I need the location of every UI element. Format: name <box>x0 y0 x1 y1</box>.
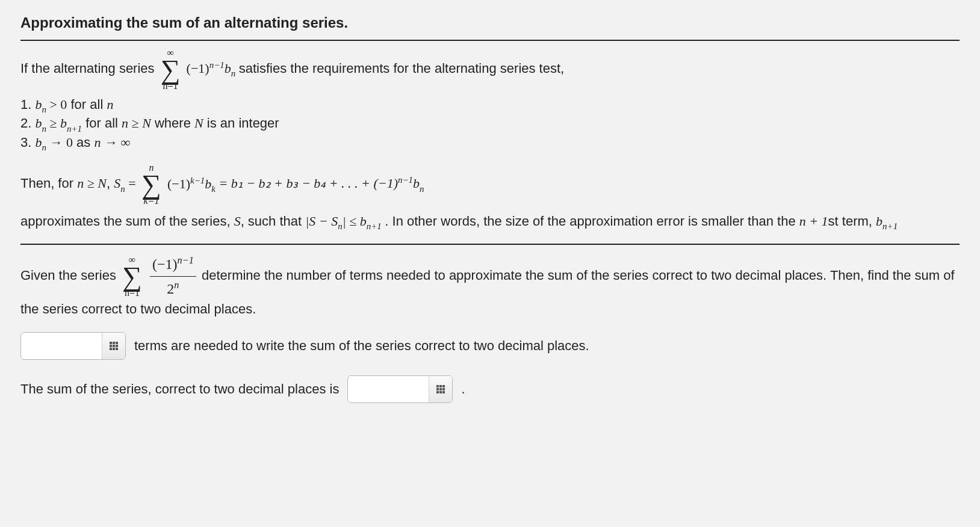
svg-rect-3 <box>110 345 112 347</box>
sum-input-group <box>347 375 453 403</box>
sum-inf-3: ∞ ∑ n=1 <box>122 255 142 298</box>
terms-input[interactable] <box>21 333 102 359</box>
svg-rect-0 <box>110 342 112 344</box>
conditions-list: 1. bn > 0 for all n 2. bn ≥ bn+1 for all… <box>20 97 960 152</box>
svg-rect-2 <box>116 342 118 344</box>
question-title: Approximating the sum of an alternating … <box>20 14 960 31</box>
cond-2: 2. bn ≥ bn+1 for all n ≥ N where N is an… <box>20 116 960 133</box>
series-fraction: (−1)n−1 2n <box>150 253 196 300</box>
sn-definition: Then, for n ≥ N, Sn = n ∑ k=1 (−1)k−1bk … <box>20 163 960 206</box>
sum-n-2: n ∑ k=1 <box>141 163 161 206</box>
terms-label: terms are needed to write the sum of the… <box>134 338 589 354</box>
given-series: Given the series ∞ ∑ n=1 (−1)n−1 2n dete… <box>20 253 960 318</box>
error-inequality: |S − Sn| ≤ bn+1 <box>305 214 385 229</box>
svg-rect-13 <box>439 388 442 390</box>
keypad-button[interactable] <box>429 376 452 402</box>
svg-rect-5 <box>116 345 118 347</box>
sum-body-1: (−1)n−1bn <box>187 61 239 76</box>
svg-rect-9 <box>436 385 439 387</box>
intro-b: satisfies the requirements for the alter… <box>239 61 564 76</box>
svg-rect-14 <box>442 388 445 390</box>
keypad-button[interactable] <box>102 333 125 359</box>
svg-rect-4 <box>113 345 115 347</box>
svg-rect-17 <box>442 391 445 393</box>
svg-rect-12 <box>436 388 439 390</box>
sigma-icon: ∑ <box>161 58 181 81</box>
svg-rect-10 <box>439 385 442 387</box>
svg-rect-1 <box>113 342 115 344</box>
question-card: Approximating the sum of an alternating … <box>0 0 980 427</box>
svg-rect-11 <box>442 385 445 387</box>
sum-label: The sum of the series, correct to two de… <box>20 381 339 397</box>
keypad-icon <box>109 341 119 351</box>
divider-top <box>20 40 960 41</box>
sum-input[interactable] <box>348 376 429 402</box>
sigma-icon: ∑ <box>141 173 161 196</box>
intro-a: If the alternating series <box>20 61 158 76</box>
svg-rect-16 <box>439 391 442 393</box>
svg-rect-6 <box>110 348 112 350</box>
divider-mid <box>20 244 960 245</box>
intro-line: If the alternating series ∞ ∑ n=1 (−1)n−… <box>20 48 960 91</box>
error-bound: approximates the sum of the series, S, s… <box>20 212 960 233</box>
svg-rect-15 <box>436 391 439 393</box>
cond-1: 1. bn > 0 for all n <box>20 97 960 114</box>
sn-expansion: = b₁ − b₂ + b₃ − b₄ + . . . + (−1) <box>219 176 398 191</box>
keypad-icon <box>436 384 445 394</box>
svg-rect-7 <box>113 348 115 350</box>
answer-row-sum: The sum of the series, correct to two de… <box>20 375 960 403</box>
sum-inf-1: ∞ ∑ n=1 <box>161 48 181 91</box>
cond-3: 3. bn → 0 as n → ∞ <box>20 135 960 152</box>
sum2-body: (−1)k−1bk <box>167 176 219 191</box>
sigma-icon: ∑ <box>122 265 142 288</box>
answer-row-terms: terms are needed to write the sum of the… <box>20 332 960 360</box>
svg-rect-8 <box>116 348 118 350</box>
period: . <box>461 381 465 397</box>
terms-input-group <box>20 332 126 360</box>
